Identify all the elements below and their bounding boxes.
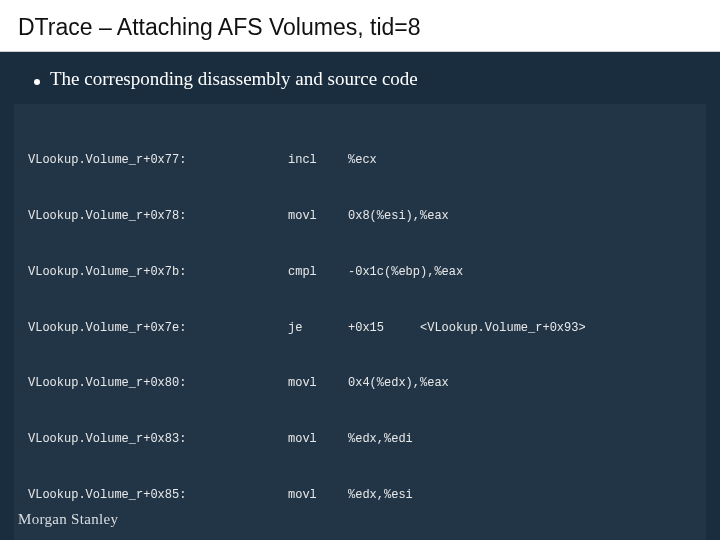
asm-row: VLookup.Volume_r+0x83:movl%edx,%edi: [28, 430, 692, 449]
asm-row: VLookup.Volume_r+0x77:incl%ecx: [28, 151, 692, 170]
asm-row: VLookup.Volume_r+0x7b:cmpl-0x1c(%ebp),%e…: [28, 263, 692, 282]
asm-row: VLookup.Volume_r+0x78:movl0x8(%esi),%eax: [28, 207, 692, 226]
asm-loc: VLookup.Volume_r+0x77:: [28, 151, 288, 170]
code-block: VLookup.Volume_r+0x77:incl%ecx VLookup.V…: [14, 104, 706, 540]
asm-args: -0x1c(%ebp),%eax: [348, 263, 692, 282]
bullet-row: The corresponding disassembly and source…: [34, 68, 696, 90]
asm-row: VLookup.Volume_r+0x7e:je+0x15 <VLookup.V…: [28, 319, 692, 338]
asm-op: cmpl: [288, 263, 348, 282]
title-bar: DTrace – Attaching AFS Volumes, tid=8: [0, 0, 720, 52]
asm-loc: VLookup.Volume_r+0x80:: [28, 374, 288, 393]
bullet-text: The corresponding disassembly and source…: [50, 68, 418, 90]
asm-op: incl: [288, 151, 348, 170]
asm-args: +0x15 <VLookup.Volume_r+0x93>: [348, 319, 692, 338]
asm-row: VLookup.Volume_r+0x85:movl%edx,%esi: [28, 486, 692, 505]
asm-op: movl: [288, 486, 348, 505]
asm-args: %edx,%esi: [348, 486, 692, 505]
asm-args: %ecx: [348, 151, 692, 170]
sub-heading: The corresponding disassembly and source…: [0, 52, 720, 98]
asm-op: movl: [288, 374, 348, 393]
asm-loc: VLookup.Volume_r+0x7e:: [28, 319, 288, 338]
asm-op: movl: [288, 207, 348, 226]
asm-loc: VLookup.Volume_r+0x78:: [28, 207, 288, 226]
asm-loc: VLookup.Volume_r+0x7b:: [28, 263, 288, 282]
slide-title: DTrace – Attaching AFS Volumes, tid=8: [18, 14, 702, 41]
footer-word-2: Stanley: [71, 511, 118, 527]
asm-loc: VLookup.Volume_r+0x85:: [28, 486, 288, 505]
footer-word-1: Morgan: [18, 511, 67, 527]
bullet-dot-icon: [34, 79, 40, 85]
asm-row: VLookup.Volume_r+0x80:movl0x4(%edx),%eax: [28, 374, 692, 393]
asm-args: %edx,%edi: [348, 430, 692, 449]
disassembly-listing: VLookup.Volume_r+0x77:incl%ecx VLookup.V…: [28, 114, 692, 540]
asm-args: 0x8(%esi),%eax: [348, 207, 692, 226]
asm-op: je: [288, 319, 348, 338]
asm-loc: VLookup.Volume_r+0x83:: [28, 430, 288, 449]
asm-op: movl: [288, 430, 348, 449]
footer-logo: Morgan Stanley: [18, 511, 118, 528]
slide: DTrace – Attaching AFS Volumes, tid=8 Th…: [0, 0, 720, 540]
asm-args: 0x4(%edx),%eax: [348, 374, 692, 393]
